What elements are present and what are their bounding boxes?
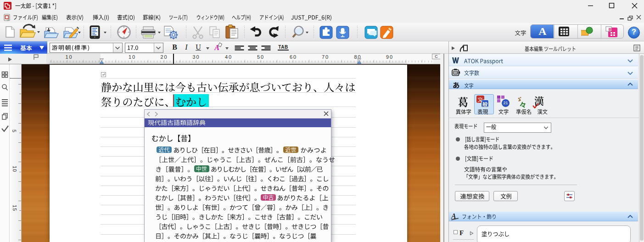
svg-text:112: 112 [454, 71, 458, 74]
